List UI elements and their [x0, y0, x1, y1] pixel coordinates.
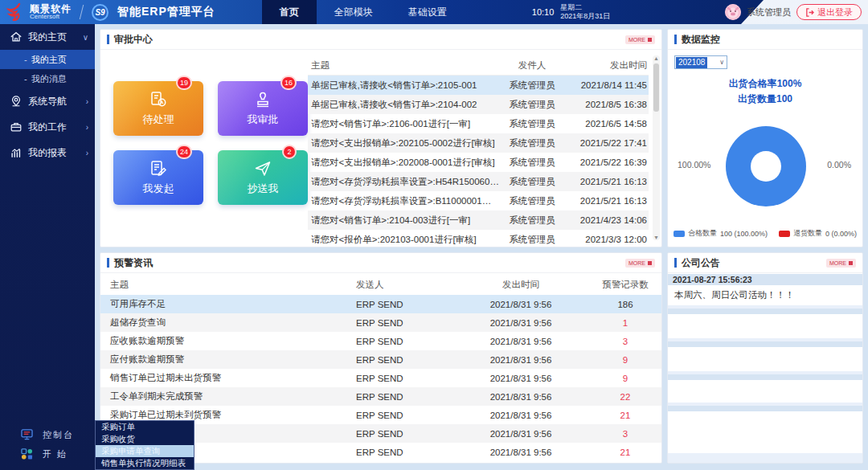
- start-button[interactable]: 开 始: [0, 444, 95, 464]
- chart-legend: 合格数量 100 (100.00%) 退货数量 0 (0.00%): [668, 228, 862, 239]
- sidebar-item-label: 系统导航: [28, 95, 86, 108]
- row-time: 2021/8/31 9:56: [452, 318, 589, 328]
- sidebar-item-system-nav[interactable]: 系统导航 ›: [0, 88, 95, 114]
- table-row[interactable]: 单据已审核,请接收<销售订单>:2105-001系统管理员2021/8/14 1…: [308, 76, 649, 95]
- col-sender: 发件人: [499, 59, 565, 72]
- start-menu-popup: 采购订单采购收货采购申请单查询销售单执行情况明细表: [95, 420, 194, 470]
- table-row[interactable]: 请您对<报价单>:202103-0001进行[审核]系统管理员2021/3/3 …: [308, 230, 649, 249]
- table-row[interactable]: 请您对<支出报销单>:202105-0002进行[审核]系统管理员2021/5/…: [308, 133, 649, 153]
- donut-label-left: 100.00%: [678, 160, 710, 170]
- sidebar-item-my-reports[interactable]: 我的报表 ›: [0, 140, 95, 166]
- col-subject: 主题: [100, 279, 356, 291]
- row-alert-count: 21: [589, 448, 661, 457]
- notice-empty-entry: [668, 347, 862, 371]
- start-menu-item[interactable]: 采购收货: [96, 433, 194, 445]
- donut-ring: [726, 126, 806, 206]
- brand-bird-icon: [6, 3, 26, 21]
- row-subject: 请您对<销售订单>:2104-003进行[一审]: [308, 215, 499, 227]
- clock-block: 10:10 星期二 2021年8月31日: [532, 3, 611, 22]
- row-sender: 系统管理员: [499, 137, 565, 149]
- row-alert-count: 186: [589, 300, 661, 309]
- tile-pending[interactable]: 19 待处理: [113, 81, 203, 136]
- notice-entry-text[interactable]: 本周六、周日公司活动！！！: [668, 285, 862, 305]
- row-subject: 请您对<报价单>:202103-0001进行[审核]: [308, 234, 499, 246]
- legend-swatch-red: [779, 231, 790, 237]
- table-row[interactable]: 应收账款逾期预警ERP SEND2021/8/31 9:563: [100, 332, 661, 350]
- legend-value: 0 (0.00%): [825, 230, 857, 238]
- row-subject: 单据已审核,请接收<销售订单>:2104-002: [308, 99, 499, 111]
- user-avatar[interactable]: [725, 4, 741, 20]
- table-row[interactable]: 请您对<存货浮动耗损率设置>:H54R15006002进行[审核]系统管理员20…: [308, 172, 649, 191]
- paper-plane-icon: [253, 159, 272, 178]
- start-menu-item[interactable]: 采购订单: [96, 421, 194, 433]
- tab-basic-settings[interactable]: 基础设置: [391, 0, 465, 24]
- console-button[interactable]: 控制台: [0, 425, 95, 444]
- row-subject: 请您对<支出报销单>:202008-0001进行[审核]: [308, 157, 499, 169]
- period-select[interactable]: 202108 ∨: [674, 55, 727, 69]
- brand-divider: [80, 5, 84, 19]
- row-sender: ERP SEND: [356, 318, 452, 328]
- more-icon: [648, 261, 652, 265]
- logout-icon: [805, 8, 814, 17]
- legend-item-return: 退货数量 0 (0.00%): [779, 228, 857, 239]
- row-sender: 系统管理员: [499, 80, 565, 92]
- table-row[interactable]: 请您对<存货浮动耗损率设置>:B11000001进行[审核]系统管理员2021/…: [308, 191, 649, 210]
- col-time: 发出时间: [452, 279, 589, 291]
- tab-all-modules[interactable]: 全部模块: [317, 0, 391, 24]
- col-subject: 主题: [308, 59, 499, 72]
- logout-button[interactable]: 退出登录: [796, 4, 862, 20]
- chevron-right-icon: ›: [86, 97, 88, 106]
- row-alert-count: 3: [589, 429, 661, 439]
- table-row[interactable]: 超储存货查询ERP SEND2021/8/31 9:561: [100, 313, 661, 332]
- sidebar-item-my-work[interactable]: 我的工作 ›: [0, 114, 95, 140]
- table-row[interactable]: 销售订单已过期未出货预警ERP SEND2021/8/31 9:569: [100, 369, 661, 387]
- tile-label: 抄送我: [248, 182, 279, 196]
- sidebar-subitem-label: 我的消息: [31, 73, 67, 85]
- logged-in-user: 系统管理员: [747, 6, 791, 18]
- scroll-up-icon[interactable]: ▲: [653, 55, 660, 61]
- tile-initiated-by-me[interactable]: 24 我发起: [113, 150, 203, 205]
- table-row[interactable]: 请您对<销售订单>:2104-003进行[一审]系统管理员2021/4/23 1…: [308, 210, 649, 230]
- table-row[interactable]: 请您对<支出报销单>:202008-0001进行[审核]系统管理员2021/5/…: [308, 153, 649, 172]
- shipment-donut-chart: 100.00% 0.00%: [668, 125, 862, 221]
- alerts-more-button[interactable]: MORE: [625, 259, 655, 268]
- row-subject: 可用库存不足: [100, 298, 356, 310]
- row-alert-count: 21: [589, 411, 661, 420]
- start-menu-item[interactable]: 采购申请单查询: [96, 445, 194, 457]
- row-subject: 应付账款逾期预警: [100, 354, 356, 366]
- row-subject: 请您对<存货浮动耗损率设置>:H54R15006002进行[审核]: [308, 176, 499, 188]
- tile-my-approvals[interactable]: 16 我审批: [218, 81, 308, 136]
- table-row[interactable]: 应付账款逾期预警ERP SEND2021/8/31 9:569: [100, 350, 661, 369]
- sidebar-item-my-home[interactable]: 我的主页 ∨: [0, 24, 95, 50]
- legend-value: 100 (100.00%): [720, 230, 768, 238]
- sidebar: 我的主页 ∨ 我的主页 我的消息 系统导航 › 我的工作 ›: [0, 24, 95, 470]
- scroll-down-icon[interactable]: ▼: [653, 235, 660, 240]
- tile-cc-to-me[interactable]: 2 抄送我: [218, 150, 308, 205]
- more-label: MORE: [829, 260, 846, 266]
- table-row[interactable]: 工令单到期未完成预警ERP SEND2021/8/31 9:5622: [100, 387, 661, 406]
- table-row[interactable]: 请您对<销售订单>:2106-001进行[一审]系统管理员2021/6/5 14…: [308, 114, 649, 133]
- approval-table-header: 主题 发件人 发出时间: [308, 55, 649, 76]
- start-squares-icon: [21, 448, 33, 460]
- row-sender: 系统管理员: [499, 234, 565, 246]
- sidebar-subitem-my-messages[interactable]: 我的消息: [0, 69, 95, 88]
- notice-more-button[interactable]: MORE: [826, 259, 856, 268]
- doc-pencil-icon: [149, 159, 168, 178]
- scrollbar-thumb[interactable]: [653, 63, 659, 112]
- sidebar-subitem-my-home[interactable]: 我的主页: [0, 50, 95, 69]
- row-sender: ERP SEND: [356, 392, 452, 402]
- row-time: 2021/5/21 16:13: [565, 196, 649, 206]
- row-sender: 系统管理员: [499, 157, 565, 169]
- start-menu-item[interactable]: 销售单执行情况明细表: [96, 457, 194, 469]
- table-row[interactable]: 单据已审核,请接收<销售订单>:2104-002系统管理员2021/8/5 16…: [308, 95, 649, 114]
- pending-count-badge: 19: [176, 76, 192, 90]
- approval-more-button[interactable]: MORE: [625, 35, 655, 44]
- panel-title: 审批中心: [107, 33, 153, 47]
- row-time: 2021/4/23 14:06: [565, 215, 649, 225]
- legend-swatch-blue: [674, 231, 685, 237]
- briefcase-icon: [10, 121, 23, 133]
- tab-home[interactable]: 首页: [262, 0, 317, 24]
- table-row[interactable]: 可用库存不足ERP SEND2021/8/31 9:56186: [100, 295, 661, 313]
- approval-scrollbar[interactable]: ▲ ▼: [653, 55, 660, 240]
- sidebar-item-label: 我的主页: [28, 31, 83, 44]
